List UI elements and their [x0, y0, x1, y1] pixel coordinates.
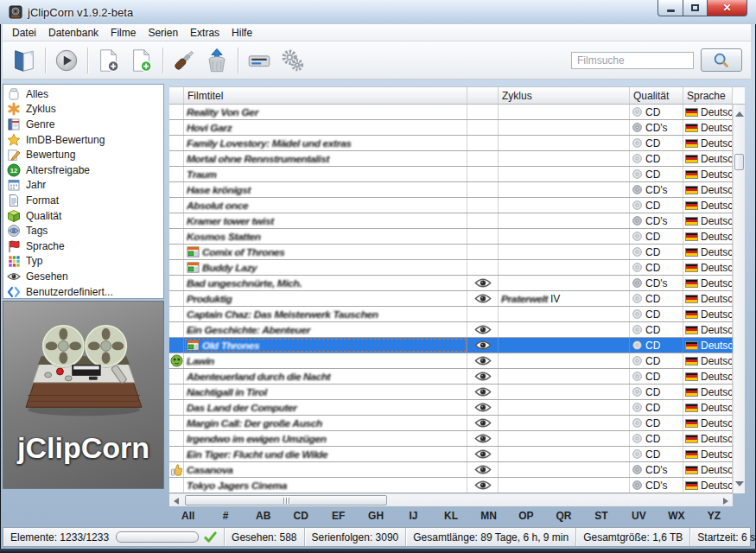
table-row[interactable]: Hovi GarzCD'sDeutsch: [169, 120, 733, 136]
table-row[interactable]: Absolut onceCDDeutsch: [169, 198, 733, 213]
sidebar-item-altersfreigabe[interactable]: 12Altersfreigabe: [3, 162, 163, 178]
table-row[interactable]: CasanovaCD'sDeutsch: [169, 462, 733, 478]
eye-icon: [474, 387, 492, 397]
table-row[interactable]: Das Land der ComputerCDDeutsch: [169, 400, 733, 416]
vertical-scroll-thumb[interactable]: [734, 154, 744, 170]
table-row[interactable]: Kosmos StattenCDDeutsch: [169, 229, 733, 245]
sidebar-item-gesehen[interactable]: Gesehen: [3, 269, 163, 284]
row-marker-cell: [169, 322, 184, 337]
search-input[interactable]: [571, 52, 694, 69]
horizontal-scrollbar[interactable]: [169, 493, 733, 506]
play-random-button[interactable]: [50, 44, 83, 77]
add-series-button[interactable]: [125, 44, 158, 77]
table-row[interactable]: LawinCDDeutsch: [169, 353, 733, 369]
table-row[interactable]: Ein Geschichte: AbenteuerCDDeutsch: [169, 322, 733, 338]
menu-item-extras[interactable]: Extras: [184, 25, 226, 41]
alphabet-filter-mn[interactable]: MN: [470, 510, 507, 522]
table-row[interactable]: Buddy LazyCDDeutsch: [169, 260, 733, 276]
table-row[interactable]: TraumCDDeutsch: [169, 167, 733, 182]
table-row[interactable]: Bad ungeschnürte, Mich.CD'sDeutsch: [169, 276, 733, 291]
column-header-marker[interactable]: [169, 87, 184, 104]
scroll-right-arrow-icon[interactable]: [723, 498, 728, 505]
movie-title-scribble: Tokyo Jagers Cinema: [187, 480, 287, 490]
language-label: Deutsch: [701, 308, 733, 321]
eye-icon: [474, 403, 492, 412]
sidebar-item-bewertung[interactable]: Bewertung: [3, 147, 163, 162]
settings-button[interactable]: [276, 44, 308, 77]
column-header-filmtitel[interactable]: Filmtitel: [184, 87, 467, 104]
table-row[interactable]: Kramer tower twistCD'sDeutsch: [169, 213, 733, 229]
alphabet-filter-gh[interactable]: GH: [357, 510, 394, 522]
sidebar-item-qualitaet[interactable]: Qualität: [3, 208, 163, 224]
table-row[interactable]: Captain Chaz: Das Meisterwerk TauschenCD…: [169, 307, 733, 322]
alphabet-filter-ef[interactable]: EF: [320, 510, 357, 522]
row-marker-cell: [169, 416, 184, 430]
sidebar-item-benutzerdefiniert[interactable]: Benutzerdefiniert...: [3, 284, 163, 299]
table-row[interactable]: ProduktigPraterweltIVCDDeutsch: [169, 291, 733, 307]
table-row[interactable]: Mortal ohne RennstrumentalistCDDeutsch: [169, 151, 733, 167]
alphabet-filter-num[interactable]: #: [206, 510, 244, 522]
sidebar-item-typ[interactable]: Typ: [3, 254, 163, 270]
scroll-up-arrow-icon[interactable]: [735, 111, 744, 117]
horizontal-scroll-thumb[interactable]: [185, 495, 387, 505]
scroll-left-arrow-icon[interactable]: [174, 498, 179, 505]
menu-item-serien[interactable]: Serien: [142, 25, 184, 41]
column-header-sprache[interactable]: Sprache: [683, 87, 733, 104]
table-row[interactable]: Nachtigall in TirolCDDeutsch: [169, 385, 733, 400]
sidebar-item-genre[interactable]: Genre: [3, 117, 163, 132]
add-movie-button[interactable]: [92, 44, 125, 77]
sidebar-item-zyklus[interactable]: Zyklus: [3, 102, 163, 118]
table-row[interactable]: Comix of ThronesCDDeutsch: [169, 245, 733, 260]
table-row[interactable]: Reality Von GerCDDeutsch: [169, 105, 733, 120]
sidebar-item-imdb-bewertung[interactable]: ImDB-Bewertung: [3, 132, 163, 148]
search-button[interactable]: [701, 48, 742, 72]
column-header-qualitaet[interactable]: Qualität: [630, 87, 683, 104]
movie-title-cell: Das Land der Computer: [184, 400, 467, 415]
table-row[interactable]: Hase krönigstCD'sDeutsch: [169, 182, 733, 198]
menu-item-datei[interactable]: Datei: [6, 25, 42, 41]
sidebar-item-tags[interactable]: Tags: [3, 223, 163, 238]
sidebar-item-alles[interactable]: Alles: [3, 86, 163, 102]
table-row[interactable]: Tokyo Jagers CinemaCD'sDeutsch: [169, 478, 733, 493]
export-button[interactable]: [243, 44, 276, 77]
sidebar-item-jahr[interactable]: Jahr: [3, 178, 163, 194]
close-button[interactable]: ✕: [708, 0, 747, 16]
alphabet-filter-qr[interactable]: QR: [545, 510, 582, 522]
menu-item-filme[interactable]: Filme: [105, 25, 142, 41]
table-row[interactable]: Irgendwo im ewigen UmzügenCDDeutsch: [169, 431, 733, 447]
movie-title-scribble: Traum: [187, 168, 216, 179]
alphabet-filter-ab[interactable]: AB: [245, 510, 282, 522]
table-row[interactable]: Family Lovestory: Mädel und extrasCDDeut…: [169, 136, 733, 151]
alphabet-filter-wx[interactable]: WX: [658, 510, 695, 522]
alphabet-filter-yz[interactable]: YZ: [696, 510, 733, 522]
maximize-button[interactable]: [683, 0, 708, 16]
alphabet-filter-st[interactable]: ST: [582, 510, 619, 522]
vertical-scrollbar[interactable]: [733, 105, 745, 493]
table-row[interactable]: Ein Tiger: Flucht und die WildeCDDeutsch: [169, 447, 733, 462]
title-bar[interactable]: jClipCorn v1.9.2-beta ✕: [0, 0, 756, 24]
table-row[interactable]: Margin Call: Der große AuschCDDeutsch: [169, 416, 733, 431]
column-header-zyklus[interactable]: Zyklus: [499, 87, 630, 104]
row-marker-cell: [169, 105, 184, 119]
alphabet-filter-cd[interactable]: CD: [282, 510, 319, 522]
minimize-button[interactable]: [658, 0, 683, 16]
table-row[interactable]: Abenteuerland durch die NachtCDDeutsch: [169, 369, 733, 385]
open-database-button[interactable]: [8, 44, 41, 77]
sidebar-item-format[interactable]: Format: [3, 193, 163, 208]
sidebar-item-sprache[interactable]: Sprache: [3, 238, 163, 254]
scroll-down-arrow-icon[interactable]: [735, 481, 744, 486]
zyklus-cell: [499, 431, 630, 446]
alphabet-filter-op[interactable]: OP: [507, 510, 544, 522]
table-row[interactable]: Old ThronesCDDeutsch: [169, 338, 733, 353]
column-header-seen[interactable]: [467, 87, 499, 104]
eye-icon: [7, 270, 21, 283]
cleanup-button[interactable]: [200, 44, 233, 77]
menu-item-datenbank[interactable]: Datenbank: [42, 25, 105, 41]
alphabet-filter-uv[interactable]: UV: [620, 510, 658, 522]
alphabet-filter-all[interactable]: All: [169, 510, 206, 522]
tools-button[interactable]: [168, 44, 200, 77]
zyklus-cell: [499, 260, 630, 275]
alphabet-filter-ij[interactable]: IJ: [395, 510, 432, 522]
alphabet-filter-kl[interactable]: KL: [432, 510, 469, 522]
menu-item-hilfe[interactable]: Hilfe: [226, 25, 258, 41]
